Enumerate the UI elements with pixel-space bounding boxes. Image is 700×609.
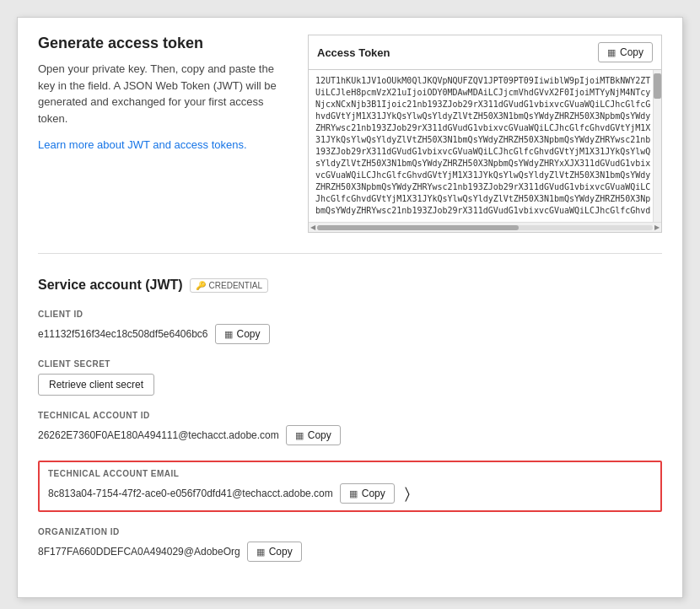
token-body: 12UT1hKUk1JV1oOUkM0QlJKQVpNQUFZQV1JPT09P… xyxy=(309,70,661,222)
retrieve-client-secret-button[interactable]: Retrieve client secret xyxy=(38,374,154,396)
organization-id-value: 8F177FA660DDEFCA0A494029@AdobeOrg xyxy=(38,546,240,558)
token-scrollbar[interactable] xyxy=(653,70,661,222)
learn-more-link[interactable]: Learn more about JWT and access tokens. xyxy=(38,138,247,151)
client-id-copy-label: Copy xyxy=(237,328,261,340)
scroll-thumb xyxy=(317,225,519,230)
access-token-copy-label: Copy xyxy=(620,46,643,58)
copy-icon-2: ▦ xyxy=(224,329,233,340)
copy-icon-3: ▦ xyxy=(295,430,304,441)
token-scrollbar-thumb xyxy=(654,73,661,99)
client-id-copy-button[interactable]: ▦ Copy xyxy=(215,324,270,344)
client-secret-label: CLIENT SECRET xyxy=(38,359,662,369)
technical-account-email-value: 8c813a04-7154-47f2-ace0-e056f70dfd41@tec… xyxy=(48,488,333,499)
client-id-value: e11132f516f34ec18c508df5e6406bc6 xyxy=(38,328,208,340)
technical-account-id-group: TECHNICAL ACCOUNT ID 26262E7360F0AE180A4… xyxy=(38,411,662,445)
copy-icon: ▦ xyxy=(607,47,616,58)
scroll-right-arrow[interactable]: ▶ xyxy=(654,224,660,231)
credential-badge: 🔑 CREDENTIAL xyxy=(190,278,268,293)
service-account-section: Service account (JWT) 🔑 CREDENTIAL CLIEN… xyxy=(38,274,662,562)
access-token-label: Access Token xyxy=(317,46,390,59)
organization-id-label: ORGANIZATION ID xyxy=(38,527,662,536)
technical-account-email-copy-button[interactable]: ▦ Copy xyxy=(340,483,395,504)
copy-icon-4: ▦ xyxy=(349,488,358,499)
generate-token-section: Generate access token Open your private … xyxy=(38,35,662,254)
main-window: Generate access token Open your private … xyxy=(17,17,683,598)
scroll-track xyxy=(317,225,653,230)
technical-account-id-label: TECHNICAL ACCOUNT ID xyxy=(38,411,662,420)
technical-account-id-copy-label: Copy xyxy=(308,429,331,441)
organization-id-group: ORGANIZATION ID 8F177FA660DDEFCA0A494029… xyxy=(38,527,662,562)
client-secret-group: CLIENT SECRET Retrieve client secret xyxy=(38,359,662,396)
technical-account-email-label: TECHNICAL ACCOUNT EMAIL xyxy=(48,469,652,478)
gen-left-panel: Generate access token Open your private … xyxy=(38,35,291,233)
technical-account-email-group: TECHNICAL ACCOUNT EMAIL 8c813a04-7154-47… xyxy=(38,461,662,512)
scroll-left-arrow[interactable]: ◀ xyxy=(310,224,315,231)
client-id-value-row: e11132f516f34ec18c508df5e6406bc6 ▦ Copy xyxy=(38,324,662,344)
token-header: Access Token ▦ Copy xyxy=(309,35,661,70)
gen-description: Open your private key. Then, copy and pa… xyxy=(38,61,291,127)
client-id-label: CLIENT ID xyxy=(38,310,662,319)
token-text: 12UT1hKUk1JV1oOUkM0QlJKQVpNQUFZQV1JPT09P… xyxy=(309,70,661,218)
client-secret-value-row: Retrieve client secret xyxy=(38,374,662,396)
technical-account-id-value-row: 26262E7360F0AE180A494111@techacct.adobe.… xyxy=(38,425,662,445)
access-token-panel: Access Token ▦ Copy 12UT1hKUk1JV1oOUkM0Q… xyxy=(308,35,662,233)
technical-account-id-copy-button[interactable]: ▦ Copy xyxy=(286,425,341,445)
service-account-title: Service account (JWT) xyxy=(38,278,183,293)
organization-id-value-row: 8F177FA660DDEFCA0A494029@AdobeOrg ▦ Copy xyxy=(38,542,662,562)
technical-account-email-copy-label: Copy xyxy=(362,488,385,499)
organization-id-copy-label: Copy xyxy=(269,546,293,558)
key-icon: 🔑 xyxy=(196,281,206,290)
copy-icon-5: ▦ xyxy=(256,547,265,558)
token-bottom-scroll: ◀ ▶ xyxy=(309,222,661,232)
client-id-group: CLIENT ID e11132f516f34ec18c508df5e6406b… xyxy=(38,310,662,344)
technical-account-id-value: 26262E7360F0AE180A494111@techacct.adobe.… xyxy=(38,429,279,441)
organization-id-copy-button[interactable]: ▦ Copy xyxy=(247,542,302,562)
gen-title: Generate access token xyxy=(38,35,291,52)
technical-account-email-value-row: 8c813a04-7154-47f2-ace0-e056f70dfd41@tec… xyxy=(48,483,652,504)
credential-label: CREDENTIAL xyxy=(209,281,262,290)
access-token-copy-button[interactable]: ▦ Copy xyxy=(598,42,653,62)
service-title-row: Service account (JWT) 🔑 CREDENTIAL xyxy=(38,278,662,293)
cursor-indicator: 〉 xyxy=(405,485,410,503)
